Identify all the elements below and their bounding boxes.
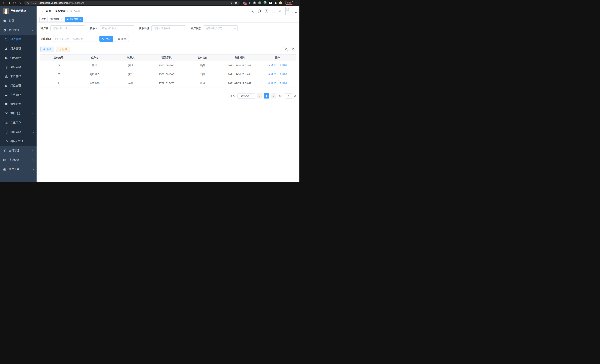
extension-y-icon[interactable]: Y bbox=[263, 1, 267, 4]
reset-button[interactable]: 重置 bbox=[115, 36, 129, 42]
header-search-button[interactable] bbox=[250, 9, 254, 13]
close-icon[interactable]: × bbox=[61, 18, 62, 21]
menu-tree-icon bbox=[5, 66, 8, 69]
cell-tenant-name: 测试租户 bbox=[76, 70, 113, 79]
edit-link[interactable]: 修改 bbox=[268, 82, 276, 85]
breadcrumb-current: 租户管理 bbox=[70, 9, 80, 13]
sidebar-item-online-user[interactable]: 在线用户 bbox=[0, 118, 37, 127]
page-1-button[interactable]: 1 bbox=[264, 93, 269, 99]
cell-created: 2021-12-14 20:49:44 bbox=[220, 70, 259, 79]
edit-link[interactable]: 修改 bbox=[268, 64, 276, 67]
goto-page-input[interactable] bbox=[285, 93, 292, 99]
extension-gem-icon[interactable] bbox=[248, 1, 251, 4]
delete-link[interactable]: 删除 bbox=[279, 73, 287, 76]
yen-icon: ¥ bbox=[3, 149, 6, 152]
breadcrumb-home[interactable]: 首页 bbox=[46, 9, 51, 13]
sidebar-item-sms[interactable]: 短信管理 bbox=[0, 127, 37, 137]
bookmark-button[interactable] bbox=[235, 1, 237, 4]
avatar[interactable] bbox=[285, 7, 293, 15]
sidebar-item-post[interactable]: 岗位管理 bbox=[0, 81, 37, 90]
browser-toolbar: 不安全 dashboard.yudao.iocoder.cn/system/te… bbox=[0, 0, 300, 6]
sidebar-item-pay[interactable]: ¥ 支付管理 bbox=[0, 146, 37, 155]
sidebar-item-notice[interactable]: 通知公告 bbox=[0, 100, 37, 109]
cell-contact: 测试 bbox=[113, 61, 149, 70]
sidebar-item-system[interactable]: 系统管理 bbox=[0, 25, 37, 35]
users-icon bbox=[5, 38, 8, 41]
sidebar-item-user[interactable]: 用户管理 bbox=[0, 44, 37, 53]
tags-view-bar: 首页 部门管理 × 租户管理 × bbox=[37, 16, 300, 22]
trash-icon bbox=[279, 82, 282, 84]
delete-link[interactable]: 删除 bbox=[279, 82, 287, 85]
extension-emoji-icon[interactable] bbox=[279, 1, 282, 4]
pagination: 共 3 条 10条/页 ‹ 1 › 前往 页 bbox=[40, 93, 296, 99]
sidebar-item-error-code[interactable]: 错误码管理 bbox=[0, 137, 37, 146]
sidebar-item-audit-log[interactable]: 审计日志 bbox=[0, 109, 37, 118]
close-icon[interactable]: × bbox=[80, 18, 81, 21]
browser-reload-button[interactable] bbox=[12, 1, 17, 5]
extension-command-icon[interactable] bbox=[253, 1, 256, 4]
create-time-range-picker[interactable]: 开始日期 - 结束日期 bbox=[53, 36, 97, 42]
sidebar-item-menu[interactable]: 菜单管理 bbox=[0, 63, 37, 72]
tag-tenant[interactable]: 租户管理 × bbox=[65, 17, 83, 22]
app-title: 芋道管理系统 bbox=[10, 9, 26, 13]
tenant-name-input[interactable] bbox=[50, 25, 85, 31]
browser-home-button[interactable] bbox=[18, 1, 22, 5]
extension-dot-icon[interactable] bbox=[258, 1, 262, 4]
tag-home[interactable]: 首页 bbox=[39, 17, 47, 22]
page-size-select[interactable]: 10条/页 bbox=[237, 93, 255, 99]
sidebar-item-role[interactable]: 角色管理 bbox=[0, 53, 37, 63]
extension-puzzle-icon[interactable] bbox=[274, 1, 277, 4]
tag-dept[interactable]: 部门管理 × bbox=[49, 17, 64, 22]
app-logo-row[interactable]: 芋道管理系统 bbox=[0, 6, 37, 16]
mobile-input[interactable] bbox=[151, 25, 186, 31]
sidebar-item-infra[interactable]: 基础设施 bbox=[0, 155, 37, 165]
next-page-button[interactable]: › bbox=[271, 93, 276, 99]
contact-input[interactable] bbox=[100, 25, 134, 31]
browser-forward-button[interactable] bbox=[7, 1, 11, 5]
extension-grid-icon[interactable]: 10 bbox=[243, 1, 246, 4]
sidebar-item-devtools[interactable]: 研发工具 bbox=[0, 165, 37, 174]
github-icon bbox=[257, 9, 261, 13]
status-select[interactable]: 请选择租户状态 bbox=[203, 25, 238, 31]
cell-actions: 修改 删除 bbox=[259, 61, 296, 70]
help-button[interactable]: ? bbox=[265, 9, 268, 13]
tenant-name-label: 租户名 bbox=[40, 27, 48, 30]
sidebar-item-home[interactable]: 首页 bbox=[0, 16, 37, 25]
share-button[interactable] bbox=[229, 1, 232, 4]
address-bar[interactable]: 不安全 dashboard.yudao.iocoder.cn/system/te… bbox=[24, 1, 240, 5]
browser-update-button[interactable]: 更新 bbox=[285, 1, 293, 5]
search-icon bbox=[285, 48, 288, 51]
browser-menu-button[interactable] bbox=[297, 2, 297, 4]
cell-status: 开启 bbox=[184, 79, 220, 88]
font-size-button[interactable]: TT bbox=[279, 9, 282, 13]
export-button[interactable]: 导出 bbox=[56, 47, 70, 52]
chevron-down-icon bbox=[234, 27, 236, 29]
create-time-label: 创建时间 bbox=[40, 37, 51, 41]
avatar-caret-icon[interactable] bbox=[295, 12, 297, 14]
refresh-table-button[interactable] bbox=[291, 47, 296, 52]
pagination-total: 共 3 条 bbox=[227, 94, 235, 98]
github-button[interactable] bbox=[257, 9, 261, 13]
top-navbar: 首页 / 系统管理 / 租户管理 ? bbox=[37, 6, 300, 16]
delete-link[interactable]: 删除 bbox=[279, 64, 287, 67]
sidebar-item-dict[interactable]: 字典管理 bbox=[0, 90, 37, 100]
security-label: 不安全 bbox=[30, 1, 37, 4]
sidebar-item-tenant[interactable]: 租户管理 bbox=[0, 35, 37, 44]
sidebar-collapse-button[interactable] bbox=[39, 9, 43, 13]
broken-image-icon bbox=[286, 8, 289, 11]
sidebar-item-dept[interactable]: 部门管理 bbox=[0, 72, 37, 81]
back-arrow-icon bbox=[3, 1, 6, 4]
fullscreen-button[interactable] bbox=[272, 9, 275, 13]
edit-link[interactable]: 修改 bbox=[268, 73, 276, 76]
add-button[interactable]: 新增 bbox=[40, 47, 54, 52]
breadcrumb-section[interactable]: 系统管理 bbox=[55, 9, 66, 13]
search-button[interactable]: 搜索 bbox=[99, 36, 113, 42]
browser-back-button[interactable] bbox=[2, 1, 6, 5]
prev-page-button[interactable]: ‹ bbox=[257, 93, 262, 99]
extension-chat-icon[interactable] bbox=[269, 1, 272, 4]
window-scrollbar[interactable] bbox=[299, 6, 300, 182]
show-search-toggle-button[interactable] bbox=[284, 47, 289, 52]
breadcrumb: 首页 / 系统管理 / 租户管理 bbox=[46, 9, 80, 13]
chevron-down-icon bbox=[32, 149, 34, 151]
monitor-icon bbox=[3, 159, 6, 162]
